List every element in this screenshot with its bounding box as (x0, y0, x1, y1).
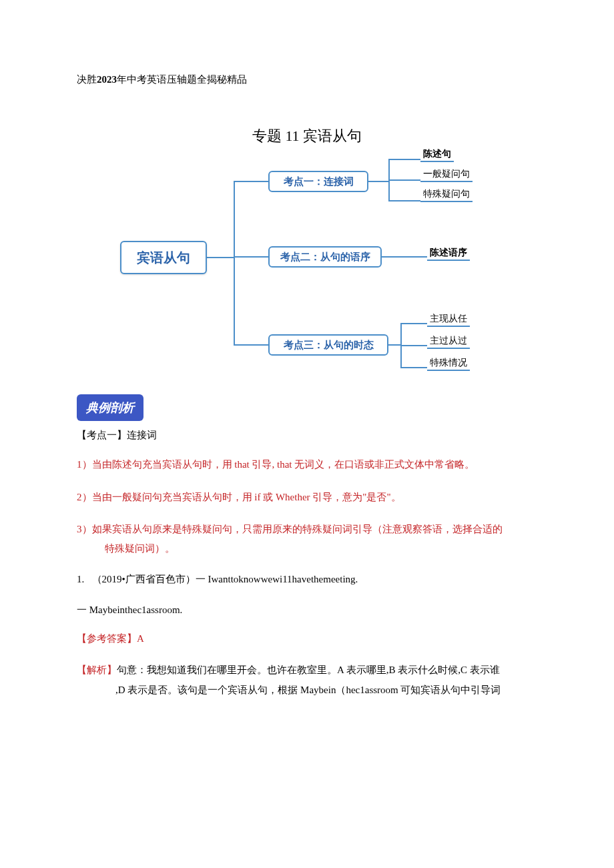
rule-3: 3）如果宾语从句原来是特殊疑问句，只需用原来的特殊疑问词引导（注意观察答语，选择… (77, 520, 537, 558)
explain-label: 【解析】 (77, 665, 117, 675)
topic-name: 宾语从句 (303, 127, 362, 144)
q-num: 1. (77, 574, 84, 584)
header-suffix: 年中考英语压轴题全揭秘精品 (117, 74, 247, 85)
explanation: 【解析】句意：我想知道我们在哪里开会。也许在教室里。A 表示哪里,B 表示什么时… (77, 660, 537, 700)
header-prefix: 决胜 (77, 74, 97, 85)
diagram-k1: 考点一：连接词 (268, 171, 368, 192)
diagram-root: 宾语从句 (120, 241, 207, 274)
q-dash: 一 (196, 574, 206, 584)
mindmap-diagram: 宾语从句 考点一：连接词 考点二：从句的语序 考点三：从句的时态 陈述句 一般疑… (120, 147, 494, 381)
a-dash: 一 (77, 604, 87, 615)
header-year: 2023 (97, 74, 117, 85)
question-line-2: 一 Maybeinthec1assroom. (77, 602, 537, 618)
topic-prefix: 专题 (252, 127, 282, 144)
topic-num: 11 (285, 127, 299, 144)
document-header: 决胜2023年中考英语压轴题全揭秘精品 (77, 73, 537, 86)
answer-line: 【参考答案】A (77, 632, 537, 645)
leaf-k1-3: 特殊疑问句 (420, 187, 473, 202)
explain-t2: ,D 表示是否。该句是一个宾语从句，根据 Maybein（hec1assroom… (77, 680, 537, 700)
a-en: Maybeinthec1assroom. (87, 604, 182, 615)
leaf-k2-1: 陈述语序 (427, 246, 470, 261)
leaf-k1-2: 一般疑问句 (420, 167, 473, 182)
leaf-k3-3: 特殊情况 (427, 356, 470, 371)
diagram-k3: 考点三：从句的时态 (268, 334, 388, 356)
q-src: （2019•广西省百色市） (92, 574, 196, 584)
explain-t1: 句意：我想知道我们在哪里开会。也许在教室里。A 表示哪里,B 表示什么时候,C … (117, 665, 500, 675)
leaf-k3-1: 主现从任 (427, 312, 470, 327)
rule-2: 2）当由一般疑问句充当宾语从句时，用 if 或 Whether 引导，意为"是否… (77, 488, 537, 507)
diagram-k2: 考点二：从句的语序 (268, 246, 382, 268)
question-line-1: 1. （2019•广西省百色市）一 Iwanttoknowwewi11havet… (77, 571, 537, 587)
topic-title: 专题 11 宾语从句 (77, 126, 537, 146)
keypoint-heading: 【考点一】连接词 (77, 429, 537, 442)
section-tag: 典例剖析 (77, 394, 143, 421)
leaf-k3-2: 主过从过 (427, 334, 470, 349)
rule-1: 1）当由陈述句充当宾语从句时，用 that 引导, that 无词义，在口语或非… (77, 455, 537, 474)
q-en: Iwanttoknowwewi11havethemeeting. (206, 574, 358, 584)
leaf-k1-1: 陈述句 (420, 147, 454, 162)
